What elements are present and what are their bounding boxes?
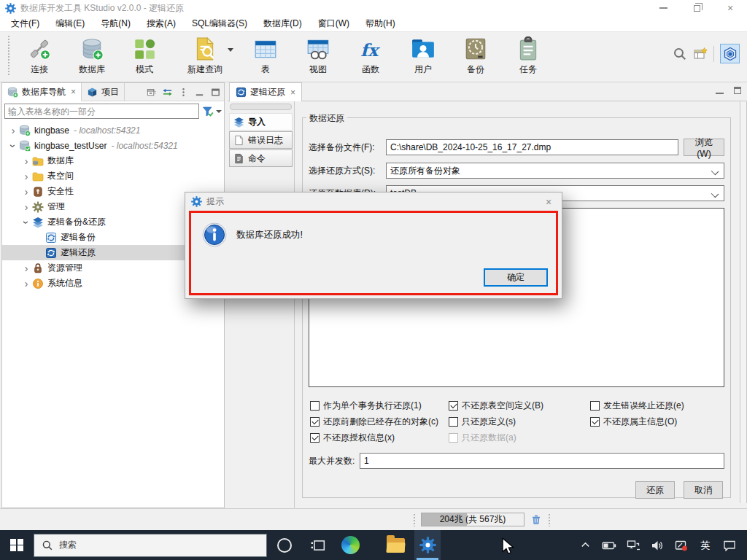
active-perspective-button[interactable]	[720, 44, 740, 63]
data-restore-form: 数据还原 选择备份文件(F): 浏览(W) 选择还原方式(S): 还原所有备份对…	[295, 101, 740, 508]
search-placeholder: 搜索	[59, 539, 77, 551]
toolbar-drag-handle[interactable]	[7, 35, 10, 76]
rail-import-button[interactable]: 导入	[229, 113, 293, 131]
toolbar-schema[interactable]: 模式	[118, 35, 171, 76]
restore-button[interactable]	[680, 0, 713, 16]
cancel-button[interactable]: 取消	[684, 481, 723, 499]
ok-button[interactable]: 确定	[484, 268, 548, 287]
menu-item-file[interactable]: 文件(F)	[3, 16, 47, 32]
notification-icon	[723, 540, 736, 551]
chevron-right-icon: ›	[21, 171, 31, 182]
menu-item-sql-editor[interactable]: SQL编辑器(S)	[184, 16, 255, 32]
tab-close-icon[interactable]: ×	[290, 88, 295, 98]
toolbar-function[interactable]: 函数	[344, 35, 397, 76]
checkbox-no-tablespace[interactable]: 不还原表空间定义(B)	[449, 397, 590, 413]
backup-file-label: 选择备份文件(F):	[309, 141, 386, 154]
maximize-panel-icon[interactable]	[210, 87, 221, 98]
taskbar-search-box[interactable]: 搜索	[34, 534, 267, 557]
toolbar-task[interactable]: 任务	[502, 35, 554, 76]
groupbox-title: 数据还原	[306, 112, 347, 125]
database-folder-icon	[32, 155, 44, 167]
close-button[interactable]: ×	[713, 0, 747, 16]
chevron-right-icon: ›	[21, 187, 31, 197]
menu-item-edit[interactable]: 编辑(E)	[47, 16, 93, 32]
tree-item-kingbase-testuser[interactable]: › kingbase_testUser - localhost:54321	[2, 138, 224, 153]
battery-icon	[602, 540, 616, 551]
chevron-right-icon: ›	[21, 279, 31, 289]
toolbar-user[interactable]: 用户	[397, 35, 449, 76]
checkbox-single-transaction[interactable]: 作为单个事务执行还原(1)	[310, 397, 449, 413]
checkbox-definition-only[interactable]: 只还原定义(s)	[449, 413, 590, 429]
dialog-close-icon[interactable]: ×	[541, 196, 556, 208]
toolbar-backup[interactable]: 备份	[449, 35, 502, 76]
filter-funnel-icon	[202, 106, 214, 117]
kstudio-taskbar-button[interactable]	[414, 530, 441, 560]
checkbox-exit-on-error[interactable]: 发生错误终止还原(e)	[590, 397, 684, 413]
logical-restore-icon	[45, 247, 57, 259]
tab-project[interactable]: 项目	[82, 83, 125, 101]
ime-tool-button[interactable]	[673, 530, 690, 560]
link-with-editor-icon[interactable]	[162, 87, 173, 98]
collapse-all-icon[interactable]	[146, 87, 157, 98]
task-view-icon	[311, 539, 325, 552]
database-icon	[80, 36, 104, 61]
minimize-editor-icon[interactable]	[716, 93, 724, 94]
checkbox-box	[310, 401, 320, 411]
tree-item-kingbase[interactable]: › kingbase - localhost:54321	[2, 122, 224, 138]
tray-expand-button[interactable]	[576, 530, 594, 560]
toolbar-view[interactable]: 视图	[292, 35, 344, 76]
info-icon	[201, 222, 228, 248]
restore-button[interactable]: 还原	[635, 481, 675, 499]
browse-button[interactable]: 浏览(W)	[684, 139, 724, 156]
menu-item-database[interactable]: 数据库(D)	[255, 16, 310, 32]
checkbox-no-privileges[interactable]: 不还原授权信息(x)	[310, 429, 449, 446]
run-gc-button[interactable]	[530, 513, 543, 526]
tree-item-databases[interactable]: › 数据库	[2, 153, 224, 168]
edge-button[interactable]	[337, 530, 363, 560]
max-concurrency-input[interactable]	[360, 453, 724, 469]
toolbar-new-query[interactable]: 新建查询	[171, 35, 239, 76]
table-filter-input[interactable]	[4, 104, 199, 119]
open-perspective-icon[interactable]	[693, 47, 708, 61]
toolbar-database[interactable]: 数据库	[66, 35, 118, 76]
dialog-message: 数据库还原成功!	[236, 229, 303, 241]
minimize-panel-icon[interactable]	[194, 87, 205, 98]
maximize-editor-icon[interactable]	[734, 87, 741, 94]
toolbar-table[interactable]: 表	[239, 35, 292, 76]
filter-options-button[interactable]	[202, 106, 222, 117]
toolbar-connect[interactable]: 连接	[13, 35, 66, 76]
backup-file-input[interactable]	[386, 139, 678, 155]
rail-command-button[interactable]: 命令	[229, 149, 293, 167]
checkbox-no-owner[interactable]: 不还原属主信息(O)	[590, 413, 684, 429]
tab-database-navigator[interactable]: 数据库导航 ×	[2, 83, 82, 101]
checkbox-drop-existing-objects[interactable]: 还原前删除已经存在的对象(c)	[310, 413, 449, 429]
menu-item-search[interactable]: 搜索(A)	[139, 16, 184, 32]
network-status[interactable]	[624, 530, 642, 560]
window-titlebar: 数据库开发工具 KStudio v2.0.0 - 逻辑还原 ×	[0, 0, 747, 16]
file-explorer-button[interactable]	[382, 530, 409, 560]
minimize-button[interactable]	[646, 0, 680, 16]
action-center-button[interactable]	[721, 530, 738, 560]
menu-item-navigate[interactable]: 导航(N)	[93, 16, 139, 32]
ime-language-button[interactable]: 英	[697, 530, 714, 560]
battery-status[interactable]	[600, 530, 618, 560]
message-dialog: 提示 × 数据库还原成功! 确定	[185, 192, 562, 299]
start-button[interactable]	[0, 530, 34, 560]
cortana-button[interactable]	[271, 530, 298, 560]
error-log-document-icon	[233, 135, 244, 146]
volume-status[interactable]	[649, 530, 666, 560]
tree-item-tablespaces[interactable]: › 表空间	[2, 168, 224, 184]
view-menu-icon[interactable]	[178, 87, 189, 98]
tab-logical-restore[interactable]: 逻辑还原 ×	[229, 82, 302, 101]
tab-close-icon[interactable]: ×	[71, 87, 76, 97]
menu-item-help[interactable]: 帮助(H)	[357, 16, 403, 32]
collapsed-toolbar-handle[interactable]	[230, 104, 292, 110]
menu-item-window[interactable]: 窗口(W)	[310, 16, 357, 32]
restore-mode-select[interactable]: 还原所有备份对象	[386, 163, 724, 179]
table-icon	[253, 36, 278, 61]
chevron-right-icon: ›	[8, 125, 18, 136]
task-view-button[interactable]	[305, 530, 331, 560]
rail-error-log-button[interactable]: 错误日志	[229, 131, 293, 149]
new-query-dropdown-arrow[interactable]	[228, 48, 233, 52]
search-icon[interactable]	[673, 47, 687, 61]
